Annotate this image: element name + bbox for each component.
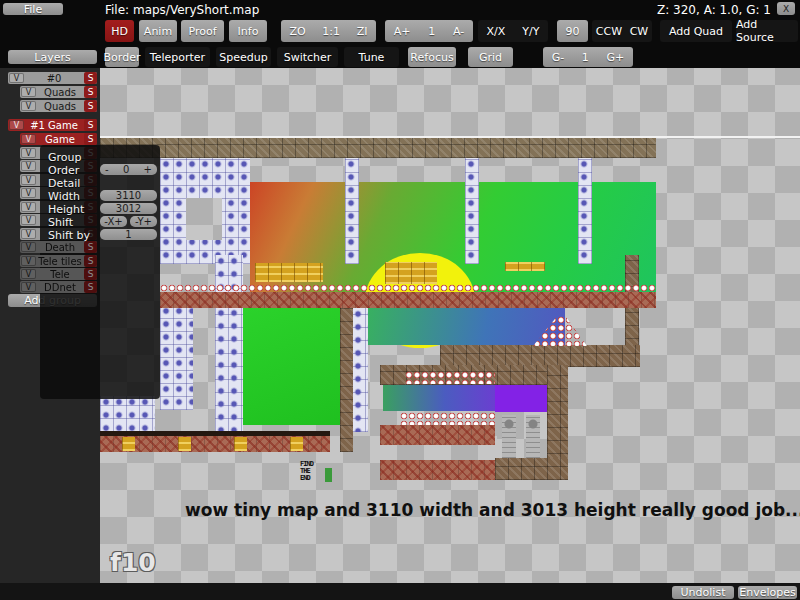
layer-visibility-toggle[interactable]: V: [21, 161, 36, 171]
height-value-field[interactable]: 3012: [100, 203, 157, 214]
layer-shared-button[interactable]: S: [84, 72, 97, 84]
layer-row[interactable]: VQuadsS: [20, 86, 97, 98]
layer-visibility-toggle[interactable]: V: [21, 148, 36, 158]
layer-shared-button[interactable]: S: [84, 86, 97, 98]
anim-slower-button[interactable]: A-: [453, 25, 464, 38]
hd-toggle-button[interactable]: HD: [105, 20, 134, 42]
shift-x-button[interactable]: -X+: [100, 216, 127, 227]
rotate-group: CCW CW: [592, 20, 652, 42]
layer-visibility-toggle[interactable]: V: [21, 242, 36, 252]
anim-toggle-button[interactable]: Anim: [139, 20, 177, 42]
layer-shared-button[interactable]: S: [84, 119, 97, 131]
zoom-in-button[interactable]: ZI: [357, 25, 368, 38]
order-stepper[interactable]: - 0 +: [100, 164, 157, 175]
file-menu-button[interactable]: File: [3, 3, 63, 15]
grid-plus-button[interactable]: G+: [606, 51, 624, 64]
menubar: File File: maps/VeryShort.map Z: 320, A:…: [0, 0, 800, 18]
flip-x-button[interactable]: X/X: [487, 25, 506, 38]
layer-visibility-toggle[interactable]: V: [21, 175, 36, 185]
order-value: 0: [123, 164, 129, 175]
map-block-gold-2: [385, 262, 437, 284]
anim-faster-button[interactable]: A+: [394, 25, 411, 38]
map-block-coin-row-1: [160, 284, 656, 292]
popup-group-label: Group: [48, 151, 82, 164]
rotate-ccw-button[interactable]: CCW: [596, 25, 622, 38]
map-quad-purple: [495, 385, 547, 412]
zoom-level-indicator: f10: [110, 548, 156, 577]
layer-shared-button[interactable]: S: [84, 241, 97, 253]
map-block-top-band: [100, 138, 656, 158]
add-quad-button[interactable]: Add Quad: [660, 20, 732, 42]
popup-detail-label: Detail: [48, 177, 80, 190]
bottom-bar: Undolist Envelopes: [0, 583, 800, 600]
map-block-pillar-col-3: [578, 158, 592, 264]
layer-row-label: Game: [36, 134, 84, 145]
map-block-dirt-band-1: [160, 292, 656, 308]
layer-shared-button[interactable]: S: [84, 100, 97, 112]
flip-y-button[interactable]: Y/Y: [522, 25, 539, 38]
layer-visibility-toggle[interactable]: V: [21, 282, 36, 292]
layer-visibility-toggle[interactable]: V: [21, 229, 36, 239]
refocus-button[interactable]: Refocus: [408, 47, 456, 67]
map-block-coin-row-3: [400, 412, 495, 425]
layer-visibility-toggle[interactable]: V: [21, 256, 36, 266]
layer-row-label: #0: [24, 73, 84, 84]
width-value-field[interactable]: 3110: [100, 190, 157, 201]
grid-minus-button[interactable]: G-: [552, 51, 565, 64]
rotate-amount-value[interactable]: 90: [557, 20, 588, 42]
layer-visibility-toggle[interactable]: V: [21, 202, 36, 212]
shiftby-value-field[interactable]: 1: [100, 229, 157, 240]
layer-row[interactable]: V#0S: [8, 72, 97, 84]
layer-row-label: Quads: [36, 87, 84, 98]
grid-button[interactable]: Grid: [468, 47, 513, 67]
zoom-reset-button[interactable]: 1:1: [322, 25, 340, 38]
layer-visibility-toggle[interactable]: V: [21, 87, 36, 97]
popup-width-label: Width: [48, 190, 80, 203]
map-block-coin-row-2: [405, 371, 495, 384]
layer-row[interactable]: VGameS: [20, 133, 97, 145]
layer-shared-button[interactable]: S: [84, 281, 97, 293]
layer-shared-button[interactable]: S: [84, 133, 97, 145]
map-block-pillar-hole: [186, 198, 222, 240]
layer-row[interactable]: VDeathS: [20, 241, 97, 253]
popup-order-label: Order: [48, 164, 79, 177]
layers-tab-button[interactable]: Layers: [8, 50, 97, 64]
rotate-cw-button[interactable]: CW: [630, 25, 649, 38]
layer-visibility-toggle[interactable]: V: [9, 120, 24, 130]
undolist-button[interactable]: Undolist: [672, 586, 734, 599]
order-plus-button[interactable]: +: [144, 164, 152, 175]
layer-visibility-toggle[interactable]: V: [21, 215, 36, 225]
speedup-button[interactable]: Speedup: [216, 47, 271, 67]
layer-row[interactable]: V#1 GameS: [8, 119, 97, 131]
layer-visibility-toggle[interactable]: V: [9, 73, 24, 83]
layer-shared-button[interactable]: S: [84, 268, 97, 280]
order-minus-button[interactable]: -: [105, 164, 109, 175]
layer-row[interactable]: VQuadsS: [20, 100, 97, 112]
layer-shared-button[interactable]: S: [84, 255, 97, 267]
teleporter-button[interactable]: Teleporter: [145, 47, 210, 67]
anim-speed-value: 1: [428, 25, 435, 38]
close-icon[interactable]: X: [777, 2, 795, 15]
info-toggle-button[interactable]: Info: [229, 20, 267, 42]
tune-button[interactable]: Tune: [344, 47, 399, 67]
border-button[interactable]: Border: [105, 47, 139, 67]
layer-visibility-toggle[interactable]: V: [21, 134, 36, 144]
layer-row[interactable]: VTeleS: [20, 268, 97, 280]
layer-row[interactable]: VDDnetS: [20, 281, 97, 293]
layer-visibility-toggle[interactable]: V: [21, 188, 36, 198]
add-source-button[interactable]: Add Source: [736, 20, 798, 42]
map-canvas[interactable]: FIND THE END wow tiny map and 3110 width…: [100, 68, 800, 583]
map-block-wood-band-3: [495, 458, 568, 480]
proof-toggle-button[interactable]: Proof: [181, 20, 224, 42]
layer-visibility-toggle[interactable]: V: [21, 269, 36, 279]
map-block-gold-3: [505, 262, 545, 271]
map-block-wood-band-1: [440, 345, 640, 367]
envelopes-button[interactable]: Envelopes: [738, 586, 797, 599]
zoom-out-button[interactable]: ZO: [289, 25, 305, 38]
layer-row-label: Death: [36, 242, 84, 253]
shift-y-button[interactable]: -Y+: [130, 216, 157, 227]
switcher-button[interactable]: Switcher: [277, 47, 338, 67]
layer-row[interactable]: VTele tilesS: [20, 255, 97, 267]
map-block-dirt-band-2: [380, 425, 495, 445]
layer-visibility-toggle[interactable]: V: [21, 101, 36, 111]
